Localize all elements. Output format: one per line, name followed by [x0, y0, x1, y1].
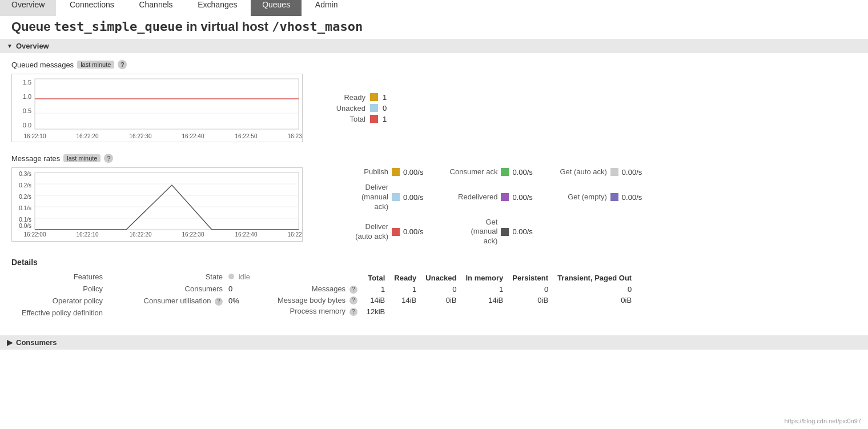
svg-text:16:23:00: 16:23:00: [288, 133, 303, 139]
details-left: Features Policy Operator policy Effectiv…: [11, 272, 108, 317]
features-row: Features: [11, 272, 108, 281]
svg-text:0.0: 0.0: [23, 122, 31, 129]
svg-text:16:22:10: 16:22:10: [77, 231, 99, 238]
svg-text:16:22:30: 16:22:30: [182, 231, 204, 238]
queued-chart: 1.5 1.0 0.5 0.0 16:22:10 16:22:20 16:22:…: [11, 74, 303, 142]
rate-get-empty: Get (empty) 0.00/s: [550, 183, 642, 212]
svg-text:16:22:50: 16:22:50: [288, 231, 303, 238]
unacked-stat: Unacked 0: [326, 104, 440, 113]
total-color: [370, 115, 378, 123]
rates-help[interactable]: ?: [104, 154, 113, 163]
messages-data-row: Messages ? 1 1 0 1 0 0: [273, 283, 636, 295]
details-content: Features Policy Operator policy Effectiv…: [11, 272, 857, 317]
queued-messages-title: Queued messages last minute ?: [11, 60, 857, 69]
rates-row2: Deliver(manualack) 0.00/s Redelivered 0.…: [326, 183, 642, 212]
details-title: Details: [11, 258, 857, 267]
svg-text:16:22:10: 16:22:10: [24, 133, 46, 139]
policy-row: Policy: [11, 284, 108, 293]
rates-chart: 0.3/s 0.2/s 0.2/s 0.1/s 0.1/s 0.0/s: [11, 167, 303, 246]
queued-chart-stats: 1.5 1.0 0.5 0.0 16:22:10 16:22:20 16:22:…: [11, 74, 857, 142]
ready-stat: Ready 1: [326, 93, 440, 102]
body-bytes-row: Message body bytes ? 14iB 14iB 0iB 14iB …: [273, 295, 636, 306]
operator-policy-row: Operator policy: [11, 296, 108, 305]
rate-consumer-ack: Consumer ack 0.00/s: [440, 167, 532, 177]
rates-stats: Publish 0.00/s Consumer ack 0.00/s Get (…: [326, 167, 642, 246]
nav-channels[interactable]: Channels: [127, 0, 184, 16]
rates-row3: Deliver(auto ack) 0.00/s Get(manualack) …: [326, 218, 642, 247]
message-rates-section: Message rates last minute ? 0.3/s 0.2/s …: [11, 154, 857, 246]
svg-text:16:22:40: 16:22:40: [182, 133, 204, 139]
consumer-utilisation-row: Consumer utilisation ? 0%: [131, 296, 250, 306]
process-memory-help[interactable]: ?: [349, 308, 357, 316]
svg-text:0.2/s: 0.2/s: [19, 194, 31, 200]
svg-text:16:22:50: 16:22:50: [235, 133, 258, 139]
overview-content: Queued messages last minute ? 1.5 1.0 0.…: [0, 53, 868, 335]
details-right: Total Ready Unacked In memory Persistent…: [273, 272, 636, 317]
queued-badge[interactable]: last minute: [77, 61, 114, 69]
details-section: Details Features Policy Operator policy …: [11, 258, 857, 317]
svg-text:0.0/s: 0.0/s: [19, 223, 31, 229]
state-dot: [228, 274, 234, 279]
svg-text:0.3/s: 0.3/s: [19, 171, 31, 177]
rate-redelivered: Redelivered 0.00/s: [440, 183, 532, 212]
details-middle: State idle Consumers 0 Consumer utilisat…: [131, 272, 250, 317]
svg-rect-20: [35, 173, 299, 230]
svg-text:0.2/s: 0.2/s: [19, 182, 31, 189]
nav-exchanges[interactable]: Exchanges: [186, 0, 248, 16]
queued-svg: 1.5 1.0 0.5 0.0 16:22:10 16:22:20 16:22:…: [11, 74, 303, 142]
rate-deliver-manual: Deliver(manualack) 0.00/s: [326, 183, 423, 212]
nav-bar: Overview Connections Channels Exchanges …: [0, 0, 868, 9]
consumer-ack-color: [501, 168, 509, 176]
overview-section-header[interactable]: ▼ Overview: [0, 39, 868, 53]
publish-color: [392, 168, 400, 176]
svg-text:1.0: 1.0: [23, 93, 31, 100]
rate-publish: Publish 0.00/s: [326, 167, 423, 177]
rates-badge[interactable]: last minute: [63, 154, 101, 162]
svg-text:16:22:40: 16:22:40: [235, 231, 258, 238]
rate-get-auto-ack: Get (auto ack) 0.00/s: [550, 167, 642, 177]
total-stat: Total 1: [326, 115, 440, 123]
consumers-label: Consumers: [16, 338, 57, 347]
overview-label: Overview: [16, 42, 49, 50]
rates-chart-stats: 0.3/s 0.2/s 0.2/s 0.1/s 0.1/s 0.0/s: [11, 167, 857, 246]
nav-queues[interactable]: Queues: [251, 0, 302, 16]
queued-help[interactable]: ?: [118, 60, 127, 69]
message-rates-title: Message rates last minute ?: [11, 154, 857, 163]
state-row: State idle: [131, 272, 250, 281]
svg-text:16:22:00: 16:22:00: [24, 231, 46, 238]
svg-text:0.1/s: 0.1/s: [19, 216, 31, 223]
rate-get-manual-ack: Get(manualack) 0.00/s: [440, 218, 532, 247]
redelivered-color: [501, 193, 509, 201]
svg-text:1.5: 1.5: [23, 79, 31, 86]
utilisation-help[interactable]: ?: [215, 298, 223, 306]
process-memory-row: Process memory ? 12kiB: [273, 306, 636, 317]
deliver-manual-color: [392, 193, 400, 201]
get-manual-ack-color: [501, 228, 509, 236]
nav-overview[interactable]: Overview: [0, 0, 56, 16]
svg-text:0.5: 0.5: [23, 107, 31, 114]
svg-text:16:22:30: 16:22:30: [130, 133, 152, 139]
nav-admin[interactable]: Admin: [304, 0, 349, 16]
get-empty-color: [610, 193, 618, 201]
effective-policy-row: Effective policy definition: [11, 308, 108, 317]
get-auto-ack-color: [610, 168, 618, 176]
svg-text:16:22:20: 16:22:20: [77, 133, 99, 139]
ready-color: [370, 93, 378, 101]
rates-svg: 0.3/s 0.2/s 0.2/s 0.1/s 0.1/s 0.0/s: [11, 167, 303, 242]
messages-help[interactable]: ?: [349, 286, 357, 294]
rate-deliver-auto: Deliver(auto ack) 0.00/s: [326, 218, 423, 247]
unacked-color: [370, 104, 378, 112]
svg-rect-4: [35, 79, 299, 129]
table-header-row: Total Ready Unacked In memory Persistent…: [273, 272, 636, 283]
messages-table: Total Ready Unacked In memory Persistent…: [273, 272, 636, 317]
consumers-arrow: ▶: [7, 338, 13, 347]
body-bytes-help[interactable]: ?: [349, 296, 357, 304]
overview-arrow: ▼: [7, 43, 13, 49]
consumers-section-header[interactable]: ▶ Consumers: [0, 335, 868, 350]
consumers-row: Consumers 0: [131, 284, 250, 293]
rates-row1: Publish 0.00/s Consumer ack 0.00/s Get (…: [326, 167, 642, 177]
queued-stats: Ready 1 Unacked 0 Total 1: [326, 74, 440, 142]
svg-text:16:22:20: 16:22:20: [130, 231, 152, 238]
deliver-auto-color: [392, 228, 400, 236]
nav-connections[interactable]: Connections: [58, 0, 126, 16]
